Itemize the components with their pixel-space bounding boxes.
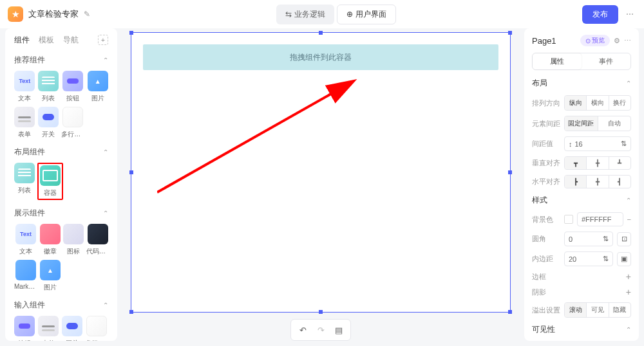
mode-switcher: ⇆业务逻辑 ⊕用户界面 — [90, 5, 582, 24]
drop-zone[interactable]: 拖拽组件到此容器 — [143, 44, 498, 70]
align-center-icon[interactable]: ╋ — [587, 176, 609, 188]
component-item[interactable]: Text文本 — [14, 71, 35, 103]
radius-input[interactable]: 0⇅ — [564, 232, 613, 246]
component-label: 多行输... — [61, 130, 84, 139]
section-recommend-header[interactable]: 推荐组件⌃ — [14, 55, 108, 66]
component-icon — [15, 260, 36, 280]
component-label: 多行输... — [85, 339, 108, 341]
section-visibility-title[interactable]: 可见性⌃ — [532, 324, 631, 335]
tab-events[interactable]: 事件 — [582, 53, 630, 69]
align-left-icon[interactable]: ┣ — [565, 176, 587, 188]
resize-handle[interactable] — [129, 310, 133, 314]
direction-group: 纵向横向换行 — [564, 95, 631, 111]
component-label: 图标 — [67, 247, 80, 256]
padding-input[interactable]: 20⇅ — [564, 251, 613, 266]
opt-wrap[interactable]: 换行 — [609, 96, 630, 110]
resize-handle[interactable] — [508, 170, 512, 174]
undo-icon[interactable]: ↶ — [295, 322, 310, 338]
canvas[interactable]: 拖拽组件到此容器 — [131, 32, 511, 313]
add-shadow-button[interactable]: + — [564, 287, 631, 297]
code-icon[interactable]: ▤ — [331, 322, 346, 338]
component-item[interactable]: 徽章 — [40, 224, 61, 256]
more-icon[interactable]: ⋯ — [624, 37, 631, 45]
redo-icon[interactable]: ↷ — [313, 322, 328, 338]
component-label: 表单 — [18, 130, 31, 139]
settings-icon[interactable]: ⚙ — [614, 37, 620, 45]
gap-input[interactable]: ↕16⇅ — [564, 136, 631, 151]
add-component-button[interactable]: + — [98, 35, 108, 45]
tab-logic[interactable]: ⇆业务逻辑 — [276, 5, 334, 24]
left-panel: 组件 模板 导航 + 推荐组件⌃ Text文本列表按钮图片表单开关多行输... … — [5, 28, 117, 341]
component-item[interactable]: 图片 — [40, 260, 61, 292]
component-item[interactable]: 多行输... — [85, 316, 108, 341]
resize-handle[interactable] — [129, 31, 133, 35]
component-item[interactable]: 表单 — [38, 316, 59, 341]
valign-group: ┳╋┻ — [564, 156, 631, 170]
stepper-icon[interactable]: ⇅ — [621, 140, 627, 148]
tab-props[interactable]: 属性 — [533, 53, 582, 69]
remove-icon[interactable]: − — [627, 215, 631, 223]
component-item[interactable]: 列表 — [38, 71, 59, 103]
component-label: 列表 — [18, 186, 31, 195]
component-item[interactable]: 按钮 — [14, 316, 35, 341]
component-icon — [14, 107, 35, 127]
section-layout-header[interactable]: 布局组件⌃ — [14, 147, 108, 158]
property-tabs: 属性 事件 — [532, 53, 631, 70]
opt-horizontal[interactable]: 横向 — [587, 96, 609, 110]
opt-auto[interactable]: 自动 — [598, 116, 631, 131]
edit-title-icon[interactable]: ✎ — [84, 10, 90, 19]
component-item[interactable]: Markd... — [14, 260, 37, 292]
component-label: 按钮 — [66, 94, 79, 103]
component-item[interactable]: 按钮 — [61, 71, 84, 103]
component-item[interactable]: 代码展... — [86, 224, 109, 256]
spacing-icon: ↕ — [569, 140, 573, 148]
component-icon — [62, 107, 83, 127]
stepper-icon[interactable]: ⇅ — [603, 235, 609, 243]
resize-handle[interactable] — [129, 170, 133, 174]
opt-fixed[interactable]: 固定间距 — [565, 116, 598, 131]
component-item[interactable]: 图片 — [87, 71, 108, 103]
align-bottom-icon[interactable]: ┻ — [609, 157, 630, 169]
resize-handle[interactable] — [319, 310, 323, 314]
section-input-header[interactable]: 输入组件⌃ — [14, 300, 108, 311]
bg-color-input[interactable]: #FFFFFF — [577, 212, 623, 226]
bg-color-swatch[interactable] — [564, 215, 573, 224]
publish-button[interactable]: 发布 — [582, 5, 618, 24]
sides-icon[interactable]: ▣ — [617, 252, 631, 266]
align-middle-icon[interactable]: ╋ — [587, 157, 609, 169]
component-item[interactable]: Text文本 — [14, 224, 37, 256]
component-icon — [40, 165, 61, 186]
add-border-button[interactable]: + — [564, 271, 631, 282]
align-right-icon[interactable]: ┫ — [609, 176, 630, 188]
section-display-header[interactable]: 展示组件⌃ — [14, 208, 108, 219]
component-item[interactable]: 开关 — [61, 316, 82, 341]
resize-handle[interactable] — [508, 310, 512, 314]
component-item[interactable]: 容器 — [37, 163, 63, 200]
annotation-arrow — [157, 77, 376, 205]
component-label: 图片 — [44, 283, 57, 292]
component-item[interactable]: 多行输... — [61, 107, 84, 139]
component-item[interactable]: 开关 — [38, 107, 59, 139]
component-item[interactable]: 表单 — [14, 107, 35, 139]
section-style-title[interactable]: 样式⌃ — [532, 195, 631, 206]
opt-visible[interactable]: 可见 — [587, 303, 609, 317]
stepper-icon[interactable]: ⇅ — [603, 255, 609, 263]
left-tab-components[interactable]: 组件 — [14, 35, 30, 46]
opt-hidden[interactable]: 隐藏 — [609, 303, 630, 317]
component-item[interactable]: 列表 — [14, 163, 35, 200]
opt-vertical[interactable]: 纵向 — [565, 96, 587, 110]
left-tab-templates[interactable]: 模板 — [39, 35, 54, 46]
globe-icon: ⊕ — [346, 10, 353, 19]
component-item[interactable]: 图标 — [63, 224, 84, 256]
resize-handle[interactable] — [319, 31, 323, 35]
section-layout-title[interactable]: 布局⌃ — [532, 78, 631, 89]
corners-icon[interactable]: ⊡ — [617, 232, 631, 246]
component-icon — [14, 316, 35, 336]
resize-handle[interactable] — [508, 31, 512, 35]
left-tab-nav[interactable]: 导航 — [63, 35, 79, 46]
preview-button[interactable]: ⊙ 预览 — [580, 35, 610, 46]
opt-scroll[interactable]: 滚动 — [565, 303, 587, 317]
tab-ui[interactable]: ⊕用户界面 — [337, 5, 396, 24]
align-top-icon[interactable]: ┳ — [565, 157, 587, 169]
more-icon[interactable]: ⋯ — [623, 7, 636, 21]
